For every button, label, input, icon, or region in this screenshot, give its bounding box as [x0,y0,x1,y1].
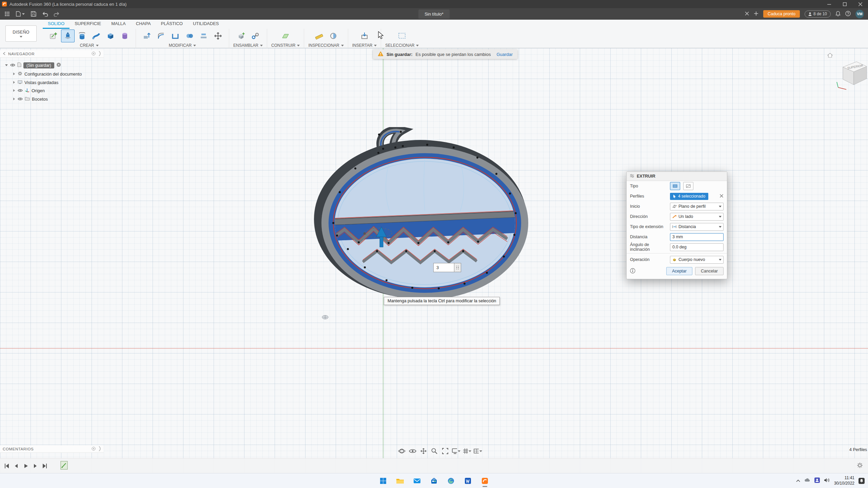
panel-resize-handle[interactable] [98,446,101,452]
look-at-icon[interactable] [408,447,417,455]
caret-collapsed-icon[interactable] [12,88,16,93]
tray-chevron-up-icon[interactable] [796,478,800,483]
operacion-dropdown[interactable]: Cuerpo nuevo [670,256,724,264]
maximize-icon[interactable] [837,0,852,8]
caret-expanded-icon[interactable] [5,63,8,68]
notifications-bell-icon[interactable] [835,11,841,17]
collapse-panel-icon[interactable] [3,52,5,56]
inicio-dropdown[interactable]: Plano de perfil [670,203,724,210]
angulo-input[interactable]: 0.0 deg [670,243,724,251]
grid-settings-icon[interactable] [462,447,471,455]
timeline-play-icon[interactable] [22,462,30,470]
tray-clock[interactable]: 11:41 30/10/2022 [834,475,854,486]
document-tab[interactable]: Sin título* [418,9,450,19]
file-menu-icon[interactable] [14,9,27,19]
eye-icon[interactable] [18,97,23,102]
caret-collapsed-icon[interactable] [12,72,16,77]
start-button-icon[interactable] [377,474,390,487]
tree-row-document[interactable]: (Sin guardar) [5,61,61,69]
extrude-icon[interactable] [61,29,75,42]
construir-dropdown[interactable]: CONSTRUIR [271,43,300,48]
tab-plastico[interactable]: PLÁSTICO [156,20,188,29]
job-status-gear-icon[interactable] [856,462,863,470]
info-icon[interactable] [630,268,635,274]
view-cube[interactable]: SUPERIOR [836,58,868,90]
orbit-icon[interactable] [397,447,406,455]
extrude-drag-arrow-shaft[interactable] [380,237,383,247]
revolve-icon[interactable] [75,29,89,42]
cylinder-primitive-icon[interactable] [118,29,132,42]
timeline-skip-start-icon[interactable] [3,462,11,470]
caret-collapsed-icon[interactable] [12,97,16,102]
tab-malla[interactable]: MALLA [106,20,131,29]
help-icon[interactable] [845,11,851,17]
profiles-selected-chip[interactable]: 4 seleccionado [670,193,708,200]
offset-face-icon[interactable] [197,29,211,42]
fit-view-icon[interactable] [441,447,450,455]
tab-utilidades[interactable]: UTILIDADES [188,20,224,29]
modificar-dropdown[interactable]: MODIFICAR [169,43,196,48]
store-app-icon[interactable] [428,474,440,487]
accept-button[interactable]: Aceptar [666,267,692,275]
extension-dropdown[interactable]: Distancia [670,223,724,231]
mail-app-icon[interactable] [411,474,423,487]
edge-browser-icon[interactable] [445,474,457,487]
display-settings-icon[interactable] [452,447,460,455]
active-document-name[interactable]: (Sin guardar) [23,62,54,68]
clear-selection-icon[interactable] [719,194,724,199]
file-explorer-icon[interactable] [394,474,407,487]
license-expiry-button[interactable]: Caduca pronto [763,10,800,18]
measure-icon[interactable] [312,29,326,42]
home-icon[interactable] [827,53,833,58]
undo-icon[interactable] [40,9,50,19]
tray-onedrive-icon[interactable] [804,478,810,483]
eye-icon[interactable] [10,63,15,68]
tab-superficie[interactable]: SUPERFICIE [70,20,106,29]
extrude-thin-type-button[interactable] [683,182,693,190]
tray-volume-icon[interactable] [824,478,830,484]
tree-row-saved-views[interactable]: Vistas guardadas [12,78,58,87]
tab-solido[interactable]: SOLIDO [43,20,70,29]
minimize-icon[interactable] [821,0,837,8]
rotate-handle-dot[interactable] [363,232,366,235]
ensamblar-dropdown[interactable]: ENSAMBLAR [233,43,263,48]
fusion360-taskbar-icon[interactable] [478,474,491,487]
insert-icon[interactable] [358,29,371,42]
close-icon[interactable] [852,0,868,8]
viewports-icon[interactable] [473,447,482,455]
word-app-icon[interactable] [461,474,474,487]
combine-icon[interactable] [183,29,196,42]
save-link[interactable]: Guardar [496,52,513,57]
fillet-icon[interactable] [154,29,168,42]
timeline-skip-end-icon[interactable] [41,462,49,470]
section-analysis-icon[interactable] [327,29,340,42]
user-avatar[interactable]: VM [855,10,864,18]
seleccionar-dropdown[interactable]: SELECCIONAR [385,43,419,48]
panel-resize-handle[interactable] [98,51,101,57]
insertar-dropdown[interactable]: INSERTAR [352,43,377,48]
dimension-input[interactable]: 3 [433,263,454,272]
tree-row-origin[interactable]: Origen [12,86,45,95]
select-tool-icon[interactable] [395,29,409,42]
extrude-solid-type-button[interactable] [670,182,680,190]
tab-chapa[interactable]: CHAPA [131,20,156,29]
pumpkin-cookie-cutter-model[interactable] [312,127,536,307]
move-copy-icon[interactable] [211,29,225,42]
save-icon[interactable] [28,9,39,19]
timeline-step-forward-icon[interactable] [31,462,39,470]
distancia-input[interactable]: 3 mm [670,233,724,241]
new-tab-icon[interactable] [754,11,758,17]
pan-icon[interactable] [419,447,428,455]
redo-icon[interactable] [52,9,62,19]
inspeccionar-dropdown[interactable]: INSPECCIONAR [308,43,343,48]
box-primitive-icon[interactable] [104,29,117,42]
quota-badge[interactable]: 8 de 10 [805,11,831,18]
shell-icon[interactable] [169,29,182,42]
tree-row-doc-settings[interactable]: Configuración del documento [12,70,82,78]
close-circle-icon[interactable] [56,62,61,68]
create-sketch-icon[interactable] [47,29,60,42]
eye-icon[interactable] [18,88,23,93]
dimension-drag-grip[interactable] [454,263,461,272]
target-circle-icon[interactable] [92,447,96,451]
extrude-dialog-header[interactable]: EXTRUIR [627,172,727,181]
